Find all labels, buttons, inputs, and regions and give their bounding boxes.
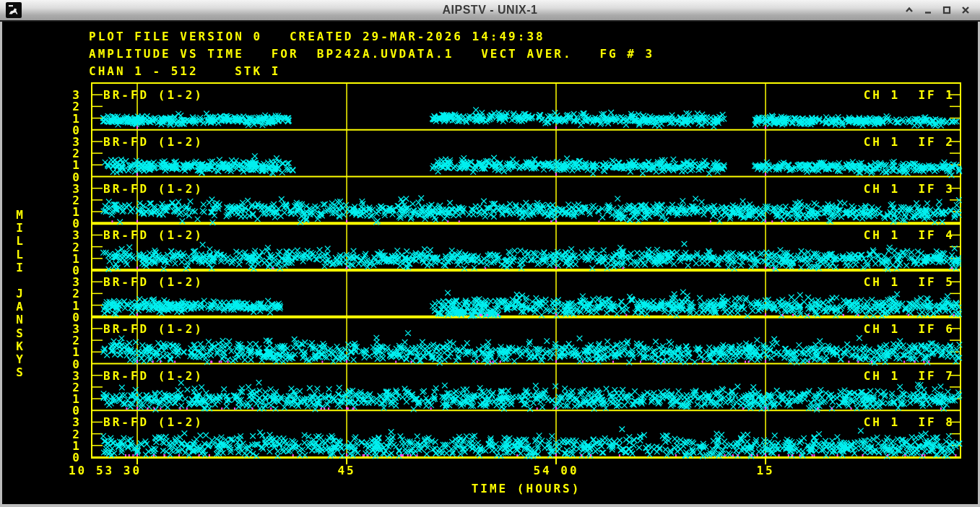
aipstv-window: AIPSTV - UNIX-1 PLOT FILE VERSION 0 CREA…: [0, 0, 980, 507]
maximize-icon[interactable]: [940, 4, 953, 17]
shade-icon[interactable]: [903, 4, 915, 17]
titlebar[interactable]: AIPSTV - UNIX-1: [0, 0, 980, 22]
plot-canvas: [0, 0, 980, 507]
minimize-icon[interactable]: [922, 4, 934, 17]
window-title: AIPSTV - UNIX-1: [0, 4, 980, 17]
close-icon[interactable]: [959, 4, 971, 17]
window-controls: [903, 0, 971, 20]
